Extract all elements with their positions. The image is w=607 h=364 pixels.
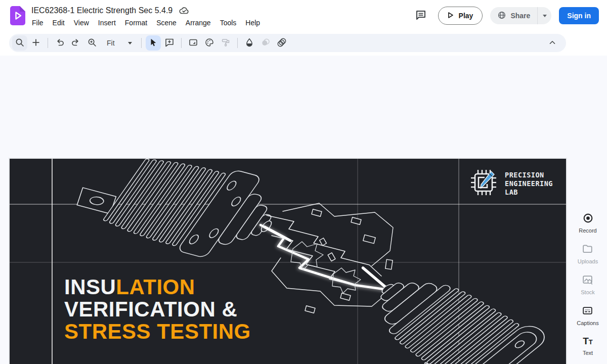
chevron-down-icon	[543, 15, 547, 17]
droplet-icon	[244, 37, 254, 49]
menu-item-scene[interactable]: Scene	[152, 18, 181, 28]
menu-item-file[interactable]: File	[27, 18, 48, 28]
menu-item-tools[interactable]: Tools	[215, 18, 241, 28]
transparency-icon	[261, 37, 271, 49]
toolbar-divider	[141, 38, 142, 48]
cloud-saved-icon[interactable]	[179, 6, 190, 16]
comment-icon	[415, 9, 427, 23]
chevron-down-icon	[128, 42, 132, 44]
chevron-up-icon	[548, 38, 557, 49]
play-icon	[446, 11, 455, 21]
paint-roller-icon	[221, 37, 231, 49]
menu-item-insert[interactable]: Insert	[94, 18, 120, 28]
transparency-button[interactable]	[258, 35, 273, 51]
menu-item-edit[interactable]: Edit	[48, 18, 69, 28]
cursor-icon	[148, 37, 158, 49]
add-comment-icon	[164, 37, 175, 49]
menu-item-view[interactable]: View	[69, 18, 94, 28]
play-button[interactable]: Play	[438, 7, 483, 25]
toolbar-divider	[181, 38, 182, 48]
globe-icon	[497, 11, 506, 21]
rail-item-captions[interactable]: Captions	[577, 305, 598, 326]
search-tools-button[interactable]	[12, 35, 27, 51]
theme-colors-button[interactable]	[202, 35, 217, 51]
share-button[interactable]: Share	[490, 7, 537, 24]
menu-item-format[interactable]: Format	[120, 18, 152, 28]
toolbar-divider	[237, 38, 238, 48]
menu-item-help[interactable]: Help	[241, 18, 265, 28]
sign-in-button[interactable]: Sign in	[559, 7, 599, 24]
toolbar-divider	[48, 38, 48, 48]
topbar-actions: Play Share	[411, 0, 607, 31]
title-line-1: INSULATION	[64, 276, 251, 298]
title-line-2: VERIFICATION &	[64, 298, 251, 321]
toolbar: Fit	[9, 34, 566, 52]
chip-pen-icon	[469, 168, 498, 199]
record-icon	[582, 212, 594, 225]
rail-item-record[interactable]: Record	[579, 212, 596, 234]
plus-icon	[31, 37, 41, 49]
zoom-fit-select[interactable]: Fit	[101, 35, 137, 51]
rail-label: Record	[579, 228, 596, 234]
rail-item-uploads[interactable]: Uploads	[578, 243, 598, 264]
slide-subtitle[interactable]: A Verification Protocol for IEC 62368-1 …	[64, 350, 272, 364]
share-label: Share	[510, 12, 530, 20]
vids-app-logo[interactable]	[10, 6, 25, 25]
rail-label: Text	[583, 350, 593, 356]
rail-label: Captions	[577, 320, 598, 326]
brand-text: PRECISIONENGINEERINGLAB	[505, 171, 553, 197]
zoom-in-icon	[87, 37, 97, 49]
zoom-fit-value: Fit	[107, 39, 115, 47]
title-line-3: STRESS TESTING	[64, 321, 251, 343]
collapse-toolbar-button[interactable]	[545, 35, 560, 51]
select-tool-button[interactable]	[146, 35, 161, 51]
slide-title[interactable]: INSULATION VERIFICATION & STRESS TESTING	[64, 276, 251, 343]
undo-button[interactable]	[52, 35, 67, 51]
uploads-folder-icon	[582, 243, 593, 256]
connector-lower	[327, 231, 566, 364]
feedback-comment-button[interactable]	[411, 6, 430, 25]
slide-brand-logo[interactable]: PRECISIONENGINEERINGLAB	[469, 168, 553, 199]
rings-icon	[277, 37, 287, 49]
captions-icon	[582, 305, 593, 318]
undo-icon	[55, 37, 65, 49]
share-button-group: Share	[490, 7, 551, 24]
top-bar: IEC62368-1 Electric Strength Sec 5.4.9 F…	[0, 0, 607, 31]
share-dropdown-button[interactable]	[537, 7, 551, 24]
frame-icon	[188, 37, 198, 49]
rail-label: Uploads	[578, 258, 598, 264]
editor-canvas: PRECISIONENGINEERINGLAB INSULATION VERIF…	[0, 56, 607, 364]
add-scene-button[interactable]	[28, 35, 44, 51]
rail-item-stock[interactable]: Stock	[581, 274, 595, 295]
electric-arc	[261, 203, 393, 313]
search-icon	[15, 37, 25, 49]
slide[interactable]: PRECISIONENGINEERINGLAB INSULATION VERIF…	[9, 158, 567, 364]
redo-icon	[71, 37, 81, 49]
side-panel-rail: Record Uploads Stock Captions TT Text	[569, 212, 607, 356]
text-icon: TT	[583, 336, 593, 348]
top-chrome: IEC62368-1 Electric Strength Sec 5.4.9 F…	[0, 0, 607, 56]
document-title[interactable]: IEC62368-1 Electric Strength Sec 5.4.9	[31, 6, 172, 15]
effects-rings-button[interactable]	[274, 35, 289, 51]
play-label: Play	[459, 12, 473, 20]
app-window: IEC62368-1 Electric Strength Sec 5.4.9 F…	[0, 0, 607, 364]
menu-item-arrange[interactable]: Arrange	[181, 18, 215, 28]
paint-format-button[interactable]	[218, 35, 233, 51]
add-comment-button[interactable]	[162, 35, 177, 51]
menu-bar: File Edit View Insert Format Scene Arran…	[27, 18, 265, 28]
zoom-in-button[interactable]	[84, 35, 100, 51]
rail-label: Stock	[581, 289, 595, 295]
redo-button[interactable]	[68, 35, 83, 51]
palette-icon	[204, 37, 214, 49]
stock-media-icon	[582, 274, 593, 287]
canvas-frame-button[interactable]	[186, 35, 201, 51]
rail-item-text[interactable]: TT Text	[583, 336, 593, 356]
title-block: IEC62368-1 Electric Strength Sec 5.4.9 F…	[31, 5, 265, 28]
connector-upper	[61, 159, 305, 278]
fill-color-button[interactable]	[242, 35, 257, 51]
